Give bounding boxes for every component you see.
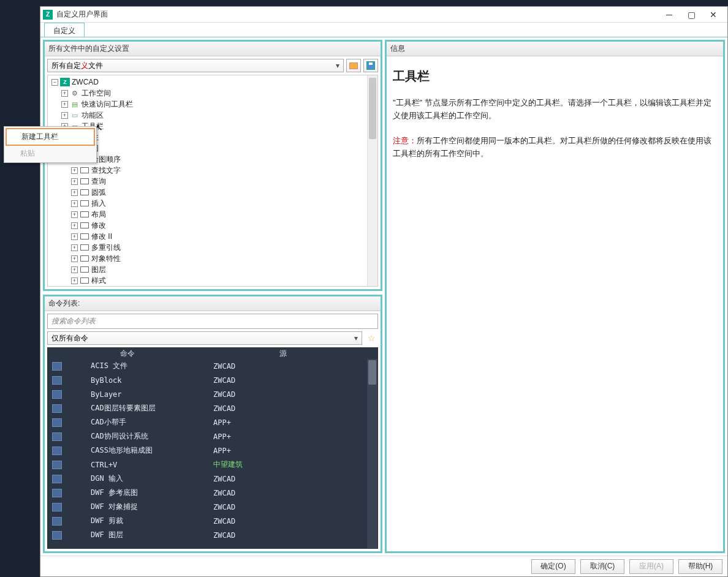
maximize-button[interactable]: ▢: [686, 10, 697, 20]
tree-item[interactable]: +多重引线: [48, 242, 377, 253]
cancel-button[interactable]: 取消(C): [580, 559, 624, 574]
command-row[interactable]: CAD图层转要素图层ZWCAD: [48, 401, 377, 415]
tree-item[interactable]: +查询: [48, 176, 377, 187]
tree-label: 查找文字: [91, 165, 121, 176]
tree-item[interactable]: +▭功能区: [48, 110, 377, 121]
command-filter-dropdown[interactable]: 仅所有命令: [47, 331, 362, 345]
help-button[interactable]: 帮助(H): [678, 559, 722, 574]
apply-button[interactable]: 应用(A): [629, 559, 673, 574]
command-row[interactable]: DWF 对象捕捉ZWCAD: [48, 500, 377, 514]
tree-label: 圆弧: [91, 187, 106, 198]
tree-label: 布局: [91, 209, 106, 220]
expander-icon[interactable]: +: [71, 277, 78, 284]
expander-icon[interactable]: −: [51, 79, 58, 86]
tree-item[interactable]: +注: [48, 132, 377, 143]
tree-item[interactable]: +圆弧: [48, 187, 377, 198]
command-search-input[interactable]: 搜索命令列表: [47, 314, 378, 329]
info-panel-header: 信息: [387, 42, 723, 56]
open-file-button[interactable]: [346, 59, 361, 72]
tree-label: 插入: [91, 198, 106, 209]
expander-icon[interactable]: +: [71, 211, 78, 218]
tree-scrollbar[interactable]: [367, 75, 377, 286]
tree-item[interactable]: +图: [48, 143, 377, 154]
expander-icon[interactable]: +: [61, 101, 68, 108]
command-row[interactable]: CASS地形地籍成图APP+: [48, 443, 377, 458]
command-name: CAD小帮手: [66, 417, 189, 428]
tree-item[interactable]: +修改: [48, 220, 377, 231]
command-row[interactable]: CAD小帮手APP+: [48, 415, 377, 429]
tree-item[interactable]: +对象捕捉: [48, 286, 377, 287]
command-row[interactable]: ByBlockZWCAD: [48, 373, 377, 387]
command-icon: [52, 418, 62, 427]
info-panel: 信息 工具栏 "工具栏" 节点显示所有工作空间中定义的工具栏。请选择一个工具栏，…: [385, 40, 725, 553]
expander-icon[interactable]: +: [71, 200, 78, 207]
expander-icon[interactable]: +: [71, 189, 78, 196]
tree-item[interactable]: +绘图顺序: [48, 154, 377, 165]
tree-item[interactable]: +图层: [48, 264, 377, 275]
tree-label: 多重引线: [91, 243, 121, 253]
tree-item[interactable]: +▭工具栏: [48, 121, 377, 132]
ok-button[interactable]: 确定(O): [531, 559, 575, 574]
command-name: ByLayer: [66, 390, 189, 399]
tab-row: 自定义: [40, 23, 727, 37]
ctx-paste[interactable]: 粘贴: [6, 146, 95, 161]
tree-item[interactable]: +查找文字: [48, 165, 377, 176]
rect-icon: [80, 243, 89, 252]
command-row[interactable]: CTRL+V中望建筑: [48, 458, 377, 472]
expander-icon[interactable]: +: [71, 255, 78, 262]
tab-customize[interactable]: 自定义: [44, 23, 85, 37]
col-header-src[interactable]: 源: [189, 349, 377, 359]
command-scrollbar[interactable]: [367, 359, 377, 548]
command-row[interactable]: ACIS 文件ZWCAD: [48, 359, 377, 373]
expander-icon[interactable]: +: [71, 266, 78, 273]
tree-item[interactable]: +布局: [48, 209, 377, 220]
cui-file-dropdown[interactable]: 所有自定义文件: [47, 59, 344, 72]
command-source: APP+: [189, 418, 377, 427]
command-name: DGN 输入: [66, 473, 189, 484]
tree-item[interactable]: +样式: [48, 275, 377, 286]
command-source: ZWCAD: [189, 517, 377, 526]
command-source: ZWCAD: [189, 531, 377, 540]
tree-label: 工作空间: [82, 88, 111, 99]
command-row[interactable]: DWF 图层ZWCAD: [48, 528, 377, 542]
command-row[interactable]: DWF 剪裁ZWCAD: [48, 514, 377, 528]
command-row[interactable]: DWF 参考底图ZWCAD: [48, 486, 377, 500]
minimize-button[interactable]: ─: [664, 10, 675, 20]
command-source: ZWCAD: [189, 503, 377, 511]
tree-item[interactable]: +插入: [48, 198, 377, 209]
window-title: 自定义用户界面: [56, 9, 664, 20]
expander-icon[interactable]: +: [71, 178, 78, 185]
save-file-button[interactable]: [363, 59, 378, 72]
tree-item[interactable]: +⚙工作空间: [48, 88, 377, 99]
close-button[interactable]: ✕: [708, 10, 719, 20]
info-para2: 注意：所有工作空间都使用同一版本的工具栏。对工具栏所做的任何修改都将反映在使用该…: [393, 135, 717, 160]
tree-label: 修改 II: [91, 232, 112, 242]
tree-item[interactable]: +对象特性: [48, 253, 377, 264]
rect-icon: [80, 221, 89, 230]
command-source: ZWCAD: [189, 475, 377, 483]
tree-item[interactable]: −ZZWCAD: [48, 77, 377, 88]
expander-icon[interactable]: +: [71, 244, 78, 251]
command-row[interactable]: DGN 输入ZWCAD: [48, 472, 377, 486]
col-header-cmd[interactable]: 命令: [66, 349, 189, 359]
ribbon-icon: ▭: [70, 111, 80, 119]
command-icon: [52, 404, 62, 413]
ctx-new-toolbar[interactable]: 新建工具栏: [6, 128, 95, 146]
command-icon: [52, 461, 62, 469]
command-row[interactable]: ByLayerZWCAD: [48, 387, 377, 401]
command-name: CTRL+V: [66, 461, 189, 469]
cui-tree[interactable]: −ZZWCAD+⚙工作空间+▤快速访问工具栏+▭功能区+▭工具栏+注+图+绘图顺…: [47, 75, 378, 287]
command-name: DWF 图层: [66, 530, 189, 540]
expander-icon[interactable]: +: [61, 112, 68, 119]
customize-panel-header: 所有文件中的自定义设置: [45, 42, 381, 56]
command-icon: [52, 362, 62, 371]
favorite-button[interactable]: ☆: [365, 331, 378, 345]
rect-icon: [80, 166, 89, 175]
expander-icon[interactable]: +: [61, 90, 68, 97]
expander-icon[interactable]: +: [71, 233, 78, 240]
expander-icon[interactable]: +: [71, 167, 78, 174]
command-row[interactable]: CAD协同设计系统APP+: [48, 429, 377, 443]
tree-item[interactable]: +修改 II: [48, 231, 377, 242]
tree-item[interactable]: +▤快速访问工具栏: [48, 99, 377, 110]
expander-icon[interactable]: +: [71, 222, 78, 229]
